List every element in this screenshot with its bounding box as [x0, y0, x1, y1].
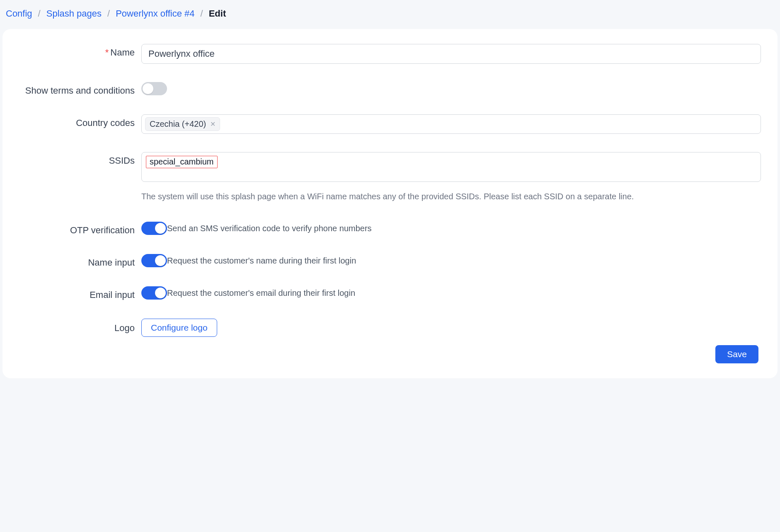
ssid-value: special_cambium: [146, 156, 218, 168]
ssids-help-text: The system will use this splash page whe…: [141, 189, 761, 203]
name-input-description: Request the customer's name during their…: [167, 256, 356, 266]
ssids-input[interactable]: special_cambium: [141, 152, 761, 182]
ssids-label: SSIDs: [19, 152, 141, 166]
breadcrumb: Config / Splash pages / Powerlynx office…: [0, 0, 780, 29]
breadcrumb-splash-pages[interactable]: Splash pages: [46, 8, 102, 19]
otp-label: OTP verification: [19, 222, 141, 236]
breadcrumb-separator: /: [107, 8, 110, 19]
show-terms-label: Show terms and conditions: [19, 82, 141, 96]
name-input-toggle[interactable]: [141, 254, 167, 267]
email-input-label: Email input: [19, 286, 141, 300]
name-input[interactable]: [141, 44, 761, 64]
show-terms-toggle[interactable]: [141, 82, 167, 95]
breadcrumb-item[interactable]: Powerlynx office #4: [116, 8, 194, 19]
name-input-label: Name input: [19, 254, 141, 268]
breadcrumb-current: Edit: [209, 8, 226, 19]
form-card: *Name Show terms and conditions Country …: [2, 29, 778, 378]
breadcrumb-config[interactable]: Config: [6, 8, 32, 19]
country-codes-label: Country codes: [19, 114, 141, 128]
breadcrumb-separator: /: [38, 8, 41, 19]
required-mark: *: [105, 47, 109, 58]
country-code-tag: Czechia (+420) ✕: [145, 117, 220, 131]
otp-description: Send an SMS verification code to verify …: [167, 224, 372, 233]
close-icon[interactable]: ✕: [210, 121, 216, 128]
otp-toggle[interactable]: [141, 222, 167, 235]
name-label: *Name: [19, 44, 141, 58]
breadcrumb-separator: /: [201, 8, 203, 19]
configure-logo-button[interactable]: Configure logo: [141, 319, 217, 337]
country-codes-input[interactable]: Czechia (+420) ✕: [141, 114, 761, 134]
email-input-description: Request the customer's email during thei…: [167, 288, 355, 298]
save-button[interactable]: Save: [715, 345, 758, 363]
country-code-tag-label: Czechia (+420): [150, 119, 206, 129]
email-input-toggle[interactable]: [141, 286, 167, 300]
logo-label: Logo: [19, 319, 141, 334]
